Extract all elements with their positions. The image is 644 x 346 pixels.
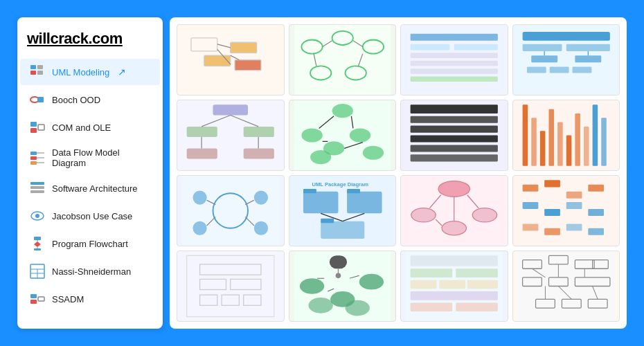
svg-text:UML Package Diagram: UML Package Diagram bbox=[312, 181, 368, 188]
svg-point-165 bbox=[345, 300, 369, 316]
svg-point-112 bbox=[193, 221, 206, 235]
sidebar-item-nassi[interactable]: Nassi-Shneiderman bbox=[20, 258, 160, 284]
sidebar-item-jacobson[interactable]: Jacobson Use Case bbox=[20, 203, 160, 229]
svg-rect-73 bbox=[187, 148, 217, 158]
data-flow-icon bbox=[30, 150, 45, 165]
svg-rect-72 bbox=[244, 127, 274, 137]
jacobson-icon bbox=[30, 208, 45, 224]
svg-rect-178 bbox=[411, 302, 453, 311]
svg-rect-52 bbox=[411, 44, 450, 51]
sidebar-label-uml: UML Modeling bbox=[52, 67, 109, 78]
svg-rect-91 bbox=[411, 104, 498, 113]
diagram-thumb-15[interactable] bbox=[400, 251, 508, 322]
svg-rect-34 bbox=[204, 55, 231, 66]
svg-rect-15 bbox=[30, 182, 44, 185]
diagram-thumb-6[interactable] bbox=[289, 100, 397, 171]
svg-rect-56 bbox=[411, 69, 498, 74]
svg-rect-108 bbox=[182, 176, 278, 246]
svg-rect-149 bbox=[588, 228, 604, 235]
svg-point-131 bbox=[442, 221, 466, 235]
diagram-thumb-5[interactable] bbox=[177, 100, 285, 171]
svg-rect-173 bbox=[456, 268, 498, 277]
svg-rect-66 bbox=[526, 67, 546, 73]
svg-point-84 bbox=[362, 146, 383, 160]
diagram-thumb-7[interactable] bbox=[400, 100, 508, 171]
svg-rect-67 bbox=[549, 67, 569, 73]
diagram-thumb-1[interactable] bbox=[177, 24, 285, 95]
svg-rect-106 bbox=[592, 104, 598, 165]
svg-rect-31 bbox=[38, 297, 44, 301]
svg-rect-16 bbox=[30, 186, 44, 189]
svg-rect-8 bbox=[38, 125, 44, 130]
diagram-thumb-14[interactable] bbox=[289, 251, 397, 322]
diagram-thumb-9[interactable] bbox=[177, 175, 285, 246]
svg-rect-124 bbox=[321, 221, 364, 239]
svg-rect-5 bbox=[37, 97, 44, 102]
sidebar-label-flowchart: Program Flowchart bbox=[52, 239, 128, 249]
svg-rect-61 bbox=[566, 44, 609, 51]
sidebar-item-ssadm[interactable]: SSADM bbox=[20, 286, 160, 312]
svg-rect-179 bbox=[456, 302, 498, 311]
svg-rect-175 bbox=[439, 280, 465, 289]
svg-point-19 bbox=[35, 214, 39, 218]
svg-rect-3 bbox=[37, 71, 43, 75]
svg-rect-104 bbox=[575, 113, 580, 166]
svg-rect-68 bbox=[572, 67, 591, 73]
svg-point-130 bbox=[411, 208, 436, 222]
diagram-thumb-11[interactable] bbox=[400, 175, 508, 246]
svg-rect-7 bbox=[30, 128, 37, 133]
diagram-thumb-8[interactable] bbox=[512, 100, 620, 171]
brand-logo: willcrack.com bbox=[17, 24, 163, 57]
svg-rect-40 bbox=[294, 25, 391, 95]
diagram-thumb-10[interactable]: UML Package Diagram bbox=[289, 175, 397, 246]
diagram-thumb-16[interactable] bbox=[512, 251, 620, 322]
sidebar-item-software-arch[interactable]: Software Architecture bbox=[20, 175, 160, 201]
diagram-thumb-12[interactable] bbox=[512, 175, 620, 246]
svg-point-164 bbox=[359, 274, 383, 290]
svg-rect-55 bbox=[411, 61, 498, 66]
sidebar-item-booch-ood[interactable]: Booch OOD bbox=[20, 86, 160, 113]
com-ole-icon bbox=[30, 120, 45, 135]
svg-rect-148 bbox=[566, 224, 582, 230]
diagram-thumb-3[interactable] bbox=[400, 24, 508, 95]
diagram-thumb-13[interactable] bbox=[177, 251, 285, 322]
content-area: UML Package Diagram bbox=[170, 17, 627, 329]
svg-rect-35 bbox=[231, 42, 257, 53]
svg-rect-60 bbox=[522, 44, 562, 51]
diagram-thumb-4[interactable] bbox=[512, 24, 620, 95]
svg-rect-93 bbox=[411, 126, 498, 133]
svg-rect-20 bbox=[34, 237, 41, 240]
svg-rect-62 bbox=[531, 55, 557, 62]
svg-rect-11 bbox=[30, 161, 37, 165]
svg-point-110 bbox=[193, 190, 206, 204]
sidebar-label-swarch: Software Architecture bbox=[52, 183, 138, 194]
svg-rect-143 bbox=[544, 209, 560, 216]
svg-rect-17 bbox=[30, 190, 44, 193]
svg-rect-176 bbox=[467, 280, 498, 289]
sidebar-item-data-flow[interactable]: Data Flow Model Diagram bbox=[20, 142, 160, 174]
sidebar-item-com-ole[interactable]: COM and OLE bbox=[20, 114, 160, 140]
svg-rect-57 bbox=[411, 76, 498, 82]
sidebar-label-nassi: Nassi-Shneiderman bbox=[52, 266, 131, 277]
svg-rect-1 bbox=[30, 71, 36, 75]
svg-point-162 bbox=[299, 278, 323, 294]
software-arch-icon bbox=[30, 181, 45, 196]
diagram-thumb-2[interactable] bbox=[289, 24, 397, 95]
svg-rect-141 bbox=[588, 185, 604, 192]
svg-rect-107 bbox=[601, 118, 607, 165]
svg-rect-145 bbox=[588, 209, 604, 216]
svg-rect-53 bbox=[454, 44, 498, 51]
sidebar-item-uml-modeling[interactable]: UML Modeling ↗ bbox=[20, 59, 160, 85]
svg-rect-0 bbox=[30, 65, 36, 69]
svg-rect-29 bbox=[30, 294, 37, 298]
sidebar-item-flowchart[interactable]: Program Flowchart bbox=[20, 230, 160, 257]
svg-point-85 bbox=[310, 150, 331, 164]
svg-marker-21 bbox=[34, 242, 41, 247]
svg-rect-9 bbox=[30, 152, 37, 155]
svg-rect-63 bbox=[575, 55, 601, 62]
svg-rect-147 bbox=[544, 228, 560, 235]
svg-rect-92 bbox=[411, 116, 498, 123]
svg-rect-139 bbox=[544, 180, 560, 187]
svg-point-81 bbox=[301, 128, 322, 142]
svg-rect-144 bbox=[566, 202, 582, 209]
